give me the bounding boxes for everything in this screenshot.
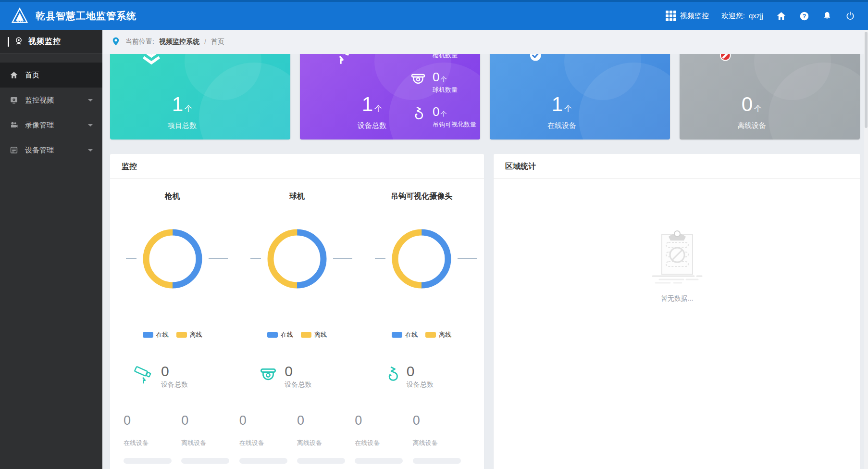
empty-state-text: 暂无数据... <box>661 294 694 303</box>
breadcrumb-prefix: 当前位置: <box>125 38 154 46</box>
no-data-clipboard-icon <box>646 226 708 286</box>
bullet-camera-icon <box>328 54 356 70</box>
sidebar-item-label: 设备管理 <box>25 146 54 155</box>
progress-bar <box>181 458 229 464</box>
crane-hook-icon <box>409 106 427 126</box>
chart-legend: 在线 离线 <box>143 330 202 339</box>
donut-chart-gun <box>136 223 209 295</box>
stat-dome-online: 0 在线设备 <box>239 413 297 464</box>
stat-hook-offline: 0 离线设备 <box>413 413 471 464</box>
camera-online-icon <box>518 54 546 70</box>
device-list-icon <box>10 146 18 154</box>
sub-stat-gun-camera: 枪机数量 <box>409 54 480 70</box>
chart-col-dome: 球机 <box>235 179 359 389</box>
sidebar-item-home[interactable]: 首页 <box>0 63 102 88</box>
card-label: 离线设备 <box>680 121 824 130</box>
card-value: 1个 <box>110 94 254 114</box>
sidebar-item-monitor-video[interactable]: 监控视频 <box>0 88 102 113</box>
surveillance-monitor-icon <box>10 96 18 104</box>
legend-online[interactable]: 在线 <box>143 330 169 339</box>
stat-card-projects: 1个 项目总数 <box>110 54 290 139</box>
sidebar-item-label: 首页 <box>25 71 39 80</box>
nav-video-label: 视频监控 <box>680 12 709 21</box>
stat-card-online: 1个 在线设备 <box>490 54 670 139</box>
label-line-left <box>250 258 261 259</box>
device-total: 0 设备总数 <box>383 364 434 389</box>
legend-swatch-online <box>267 332 278 338</box>
vertical-scrollbar[interactable] <box>864 30 868 469</box>
sidebar-header-label: 视频监控 <box>28 37 61 47</box>
apps-grid-icon <box>666 11 676 21</box>
card-label: 在线设备 <box>490 121 634 130</box>
video-camera-icon <box>10 121 18 129</box>
chevron-down-icon <box>88 124 93 127</box>
stat-dome-offline: 0 离线设备 <box>297 413 355 464</box>
sidebar-item-devices[interactable]: 设备管理 <box>0 138 102 163</box>
chart-legend: 在线 离线 <box>392 330 451 339</box>
monitor-panel: 监控 枪机 <box>110 154 484 469</box>
power-logout-icon[interactable] <box>845 11 856 21</box>
svg-text:?: ? <box>802 13 806 19</box>
help-icon[interactable]: ? <box>799 11 809 21</box>
legend-offline[interactable]: 离线 <box>301 330 327 339</box>
stat-gun-offline: 0 离线设备 <box>181 413 239 464</box>
progress-bar <box>124 458 172 464</box>
sidebar-header-bar <box>8 37 9 47</box>
legend-swatch-online <box>143 332 153 338</box>
empty-state: 暂无数据... <box>494 179 860 469</box>
card-value: 0个 <box>680 94 824 114</box>
legend-swatch-offline <box>425 332 436 338</box>
device-total: 0 设备总数 <box>133 364 188 389</box>
region-panel-title: 区域统计 <box>494 154 860 179</box>
breadcrumb-root[interactable]: 视频监控系统 <box>159 38 199 46</box>
sidebar-item-recording[interactable]: 录像管理 <box>0 113 102 138</box>
chart-title: 枪机 <box>165 191 180 202</box>
crane-hook-icon <box>383 365 401 388</box>
region-stats-panel: 区域统计 <box>494 154 860 469</box>
device-sub-stats: 枪机数量 <box>409 54 480 139</box>
welcome-text: 欢迎您: qxzjj <box>721 12 763 21</box>
chart-col-hook: 吊钩可视化摄像头 <box>360 179 484 389</box>
sidebar-item-label: 监控视频 <box>25 96 54 105</box>
breadcrumb: 当前位置: 视频监控系统 / 首页 <box>102 30 868 54</box>
app-window: 乾县智慧工地监管系统 视频监控 欢迎您: qxzjj ? <box>0 0 868 469</box>
card-label: 项目总数 <box>110 121 254 130</box>
legend-swatch-online <box>392 332 402 338</box>
sidebar: 视频监控 首页 <box>0 30 102 469</box>
chevron-down-icon <box>88 99 93 101</box>
sidebar-menu: 首页 监控视频 <box>0 54 102 163</box>
chevrons-down-icon <box>138 54 165 69</box>
stat-card-devices: 1个 设备总数 枪机数量 <box>300 54 480 139</box>
label-line-left <box>375 258 385 259</box>
nav-video-monitor[interactable]: 视频监控 <box>666 11 709 21</box>
progress-bar <box>413 458 461 464</box>
app-title: 乾县智慧工地监管系统 <box>36 10 136 23</box>
device-total: 0 设备总数 <box>258 364 311 389</box>
stat-hook-online: 0 在线设备 <box>355 413 412 464</box>
progress-bar <box>297 458 345 464</box>
breadcrumb-separator: / <box>204 38 206 46</box>
label-line-right <box>209 258 228 259</box>
legend-swatch-offline <box>301 332 311 338</box>
stat-card-offline: 0个 离线设备 <box>680 54 860 139</box>
breadcrumb-current[interactable]: 首页 <box>211 38 224 46</box>
legend-online[interactable]: 在线 <box>392 330 418 339</box>
chart-title: 球机 <box>289 191 305 202</box>
sidebar-item-label: 录像管理 <box>25 121 54 130</box>
stat-gun-online: 0 在线设备 <box>124 413 181 464</box>
username: qxzjj <box>749 12 763 21</box>
home-icon[interactable] <box>776 11 786 21</box>
donut-charts: 枪机 <box>110 179 484 389</box>
house-icon <box>10 71 18 79</box>
progress-bar <box>239 458 287 464</box>
scrollbar-thumb[interactable] <box>865 32 868 128</box>
donut-chart-dome <box>261 223 333 295</box>
legend-offline[interactable]: 离线 <box>425 330 451 339</box>
sub-stat-hook-camera: 0个 吊钩可视化数量 <box>409 105 480 139</box>
stat-cards-strip: 1个 项目总数 <box>102 54 868 140</box>
legend-offline[interactable]: 离线 <box>176 330 202 339</box>
legend-online[interactable]: 在线 <box>267 330 293 339</box>
camera-offline-icon <box>707 54 735 70</box>
notification-bell-icon[interactable] <box>822 11 832 21</box>
welcome-label: 欢迎您: <box>721 12 745 21</box>
